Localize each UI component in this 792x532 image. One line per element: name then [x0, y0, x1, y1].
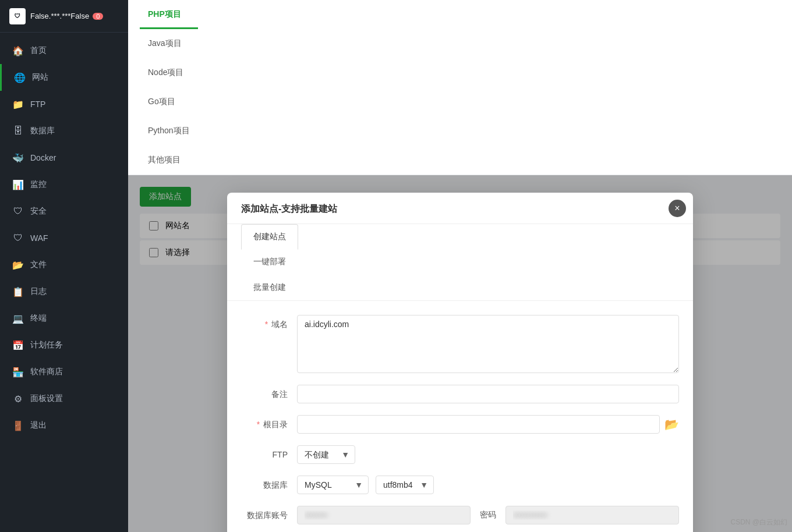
security-icon: 🛡	[12, 205, 24, 218]
ftp-label: FTP	[241, 445, 288, 459]
domain-input[interactable]: ai.idcyli.com	[297, 315, 679, 373]
tab-node[interactable]: Node项目	[140, 58, 198, 87]
database-icon: 🗄	[12, 125, 24, 137]
modal-tab-batch[interactable]: 批量创建	[241, 275, 298, 300]
sidebar-item-waf[interactable]: 🛡WAF	[0, 225, 128, 251]
root-label: * 根目录	[241, 415, 288, 430]
ftp-select[interactable]: 不创建 创建	[297, 445, 355, 464]
sidebar-item-logout[interactable]: 🚪退出	[0, 412, 128, 439]
root-row: * 根目录 /www/wwwroot/ai.idcyli.com 📂	[241, 415, 679, 434]
monitor-icon: 📊	[12, 178, 24, 191]
watermark: CSDN @白云如幻	[730, 517, 787, 527]
db-input-group: MySQL PostgreSQL ▼ utf8mb4 utf8 gbk	[297, 476, 679, 494]
db-pwd-input[interactable]	[505, 506, 679, 524]
pwd-label: 密码	[480, 510, 496, 520]
domain-label: * 域名	[241, 315, 288, 330]
database-row: 数据库 MySQL PostgreSQL ▼	[241, 476, 679, 494]
db-type-select[interactable]: MySQL PostgreSQL	[297, 476, 369, 494]
logo-badge: 0	[93, 13, 103, 20]
remark-label: 备注	[241, 385, 288, 400]
ftp-icon: 📁	[12, 98, 24, 111]
docker-icon: 🐳	[12, 151, 24, 164]
db-type-wrapper: MySQL PostgreSQL ▼	[297, 476, 369, 494]
sidebar-item-home[interactable]: 🏠首页	[0, 37, 128, 64]
db-hint-row: 创建站点的同时，为站点创建一个对应的数据库帐户，方便不同站点使用不同数据库。	[241, 529, 679, 532]
logs-icon: 📋	[12, 285, 24, 298]
modal-header: 添加站点-支持批量建站	[227, 193, 693, 224]
domain-row: * 域名 ai.idcyli.com	[241, 315, 679, 373]
logout-icon: 🚪	[12, 419, 24, 432]
sidebar-item-monitor[interactable]: 📊监控	[0, 171, 128, 198]
files-icon: 📂	[12, 258, 24, 271]
sidebar-item-security[interactable]: 🛡安全	[0, 198, 128, 225]
root-input-group: /www/wwwroot/ai.idcyli.com 📂	[297, 415, 679, 434]
logo-text: False.***.***False	[30, 12, 89, 20]
main-area: PHP项目Java项目Node项目Go项目Python项目其他项目 添加站点 网…	[128, 0, 792, 532]
sidebar-item-logs[interactable]: 📋日志	[0, 278, 128, 305]
website-icon: 🌐	[13, 71, 26, 84]
folder-icon[interactable]: 📂	[664, 417, 679, 431]
waf-icon: 🛡	[12, 232, 24, 244]
db-account-row: 数据库账号 密码	[241, 506, 679, 524]
ftp-select-wrapper: 不创建 创建 ▼	[297, 445, 355, 464]
modal-body: * 域名 ai.idcyli.com 备注 ai.idcyli.com *	[227, 301, 693, 532]
sidebar-item-terminal[interactable]: 💻终端	[0, 305, 128, 332]
sidebar-item-docker[interactable]: 🐳Docker	[0, 144, 128, 171]
content-area: 添加站点 网站名 请选择 添加站点-支持批量建站 × 创建站点一键部署批量创建	[128, 175, 792, 532]
modal-overlay: 添加站点-支持批量建站 × 创建站点一键部署批量创建 * 域名 ai.idcyl…	[128, 175, 792, 532]
top-tabs: PHP项目Java项目Node项目Go项目Python项目其他项目	[128, 0, 792, 175]
logo-icon: 🛡	[9, 8, 26, 24]
db-account-label: 数据库账号	[241, 506, 288, 521]
settings-icon: ⚙	[12, 392, 24, 405]
tab-python[interactable]: Python项目	[140, 116, 198, 146]
sidebar-item-website[interactable]: 🌐网站	[0, 64, 128, 91]
db-label: 数据库	[241, 476, 288, 491]
sidebar: 🛡 False.***.***False 0 🏠首页🌐网站📁FTP🗄数据库🐳Do…	[0, 0, 128, 532]
tab-other[interactable]: 其他项目	[140, 146, 198, 175]
sidebar-item-database[interactable]: 🗄数据库	[0, 118, 128, 144]
charset-select[interactable]: utf8mb4 utf8 gbk	[376, 476, 434, 494]
appstore-icon: 🏪	[12, 366, 24, 378]
tab-java[interactable]: Java项目	[140, 29, 198, 58]
sidebar-item-files[interactable]: 📂文件	[0, 251, 128, 278]
sidebar-logo: 🛡 False.***.***False 0	[0, 0, 128, 33]
sidebar-item-ftp[interactable]: 📁FTP	[0, 91, 128, 118]
sidebar-item-appstore[interactable]: 🏪软件商店	[0, 359, 128, 385]
remark-row: 备注 ai.idcyli.com	[241, 385, 679, 403]
tab-php[interactable]: PHP项目	[140, 0, 198, 29]
root-input[interactable]: /www/wwwroot/ai.idcyli.com	[297, 415, 660, 434]
home-icon: 🏠	[12, 44, 24, 57]
add-site-modal: 添加站点-支持批量建站 × 创建站点一键部署批量创建 * 域名 ai.idcyl…	[227, 193, 693, 532]
modal-tabs: 创建站点一键部署批量创建	[227, 224, 693, 301]
tasks-icon: 📅	[12, 339, 24, 352]
sidebar-nav: 🏠首页🌐网站📁FTP🗄数据库🐳Docker📊监控🛡安全🛡WAF📂文件📋日志💻终端…	[0, 33, 128, 532]
modal-tab-create[interactable]: 创建站点	[241, 224, 298, 250]
sidebar-item-settings[interactable]: ⚙面板设置	[0, 385, 128, 412]
modal-tab-onedeploy[interactable]: 一键部署	[241, 249, 298, 275]
remark-input[interactable]: ai.idcyli.com	[297, 385, 679, 403]
modal-title: 添加站点-支持批量建站	[241, 203, 679, 224]
ftp-row: FTP 不创建 创建 ▼	[241, 445, 679, 464]
terminal-icon: 💻	[12, 312, 24, 325]
db-account-input[interactable]	[297, 506, 471, 524]
sidebar-item-tasks[interactable]: 📅计划任务	[0, 332, 128, 359]
modal-close-button[interactable]: ×	[669, 200, 686, 217]
charset-wrapper: utf8mb4 utf8 gbk ▼	[376, 476, 434, 494]
db-account-group: 密码	[297, 506, 679, 524]
tab-go[interactable]: Go项目	[140, 87, 198, 116]
